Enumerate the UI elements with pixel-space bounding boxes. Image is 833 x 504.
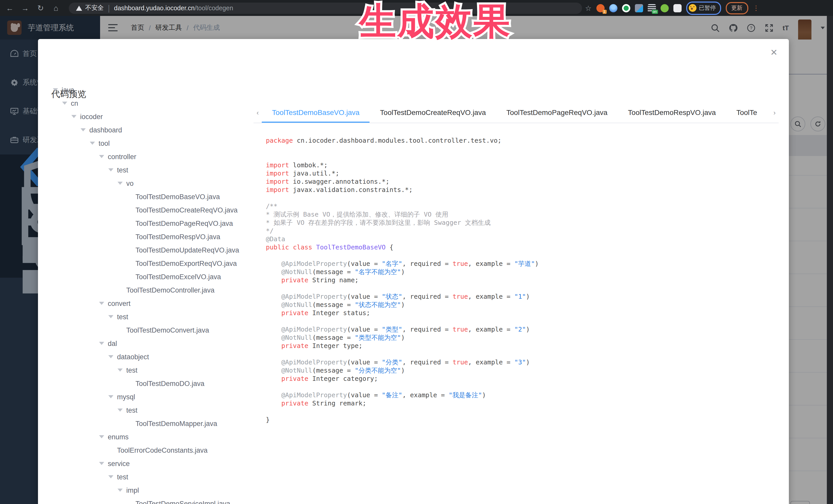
- security-warning-label: 不安全: [85, 4, 104, 12]
- tree-node-folder[interactable]: vo: [38, 176, 254, 190]
- tree-node-folder[interactable]: test: [38, 403, 254, 417]
- code-viewer[interactable]: package cn.iocoder.dashboard.modules.too…: [254, 123, 789, 504]
- caret-down-icon[interactable]: [105, 315, 117, 318]
- extension-green-circle-icon[interactable]: [622, 4, 630, 12]
- browser-menu-icon[interactable]: ⋮: [753, 4, 759, 12]
- caret-down-icon[interactable]: [105, 355, 117, 358]
- browser-back-icon[interactable]: ←: [4, 4, 16, 12]
- browser-actions: ☆ 1 on 已暂停 更新 ⋮: [585, 1, 759, 15]
- caret-down-icon[interactable]: [114, 488, 126, 492]
- tab-4[interactable]: ToolTe: [726, 102, 767, 123]
- caret-down-icon[interactable]: [95, 342, 108, 345]
- tab-3[interactable]: ToolTestDemoRespVO.java: [618, 102, 726, 123]
- tree-node-file[interactable]: ToolTestDemoMapper.java: [38, 417, 254, 430]
- tab-0[interactable]: ToolTestDemoBaseVO.java: [262, 102, 370, 123]
- tree-node-label: test: [117, 473, 128, 481]
- tree-node-file[interactable]: ToolTestDemoConvert.java: [38, 323, 254, 337]
- tree-node-file[interactable]: ToolTestDemoUpdateReqVO.java: [38, 243, 254, 257]
- caret-down-icon[interactable]: [114, 182, 126, 185]
- tree-node-folder[interactable]: convert: [38, 297, 254, 310]
- caret-down-icon[interactable]: [95, 302, 108, 305]
- tree-node-folder[interactable]: tool: [38, 137, 254, 150]
- code-line: @NotNull(message = "状态不能为空"): [266, 301, 789, 309]
- code-line: import lombok.*;: [266, 161, 789, 169]
- extension-green-sprout-icon[interactable]: [660, 4, 668, 12]
- browser-profile-chip[interactable]: 已暂停: [686, 1, 721, 15]
- tree-node-label: ToolTestDemoPageReqVO.java: [136, 219, 233, 227]
- tree-node-file[interactable]: ToolTestDemoExportReqVO.java: [38, 257, 254, 270]
- file-tree: javacniocoderdashboardtoolcontrollertest…: [38, 39, 254, 504]
- caret-down-icon[interactable]: [77, 128, 89, 131]
- url-host: dashboard.yudao.iocoder.cn: [114, 4, 194, 11]
- caret-down-icon[interactable]: [86, 142, 98, 145]
- tree-node-folder[interactable]: test: [38, 470, 254, 483]
- extension-orange-circle-icon[interactable]: 1: [596, 4, 604, 12]
- browser-update-button[interactable]: 更新: [725, 2, 748, 14]
- profile-emoji-icon: [689, 4, 696, 12]
- code-line: @ApiModelProperty(value = "备注", example …: [266, 391, 789, 399]
- caret-down-icon[interactable]: [95, 462, 108, 465]
- tree-node-file[interactable]: ToolErrorCodeConstants.java: [38, 443, 254, 457]
- tree-node-folder[interactable]: service: [38, 457, 254, 470]
- browser-home-icon[interactable]: ⌂: [50, 4, 62, 12]
- tree-node-folder[interactable]: controller: [38, 150, 254, 163]
- tree-node-file[interactable]: ToolTestDemoCreateReqVO.java: [38, 203, 254, 217]
- code-line: private Integer type;: [266, 342, 789, 350]
- caret-down-icon[interactable]: [105, 395, 117, 398]
- caret-down-icon[interactable]: [114, 409, 126, 412]
- tree-node-file[interactable]: ToolTestDemoExcelVO.java: [38, 270, 254, 283]
- code-line: public class ToolTestDemoBaseVO {: [266, 243, 789, 251]
- tree-node-folder[interactable]: dashboard: [38, 123, 254, 137]
- browser-reload-icon[interactable]: ↻: [35, 3, 46, 13]
- tree-node-file[interactable]: ToolTestDemoController.java: [38, 283, 254, 297]
- tree-node-folder[interactable]: dataobject: [38, 350, 254, 363]
- code-line: * 如果子 VO 存在差异的字段，请不要添加到这里，影响 Swagger 文档生…: [266, 219, 789, 227]
- caret-down-icon[interactable]: [105, 475, 117, 478]
- code-line: import javax.validation.constraints.*;: [266, 186, 789, 194]
- tab-2[interactable]: ToolTestDemoPageReqVO.java: [496, 102, 618, 123]
- tree-node-label: ToolTestDemoMapper.java: [136, 419, 217, 427]
- tree-node-folder[interactable]: test: [38, 363, 254, 377]
- tree-node-label: ToolTestDemoController.java: [126, 286, 215, 294]
- code-line: [266, 251, 789, 260]
- tree-node-label: ToolTestDemoExcelVO.java: [136, 273, 221, 281]
- browser-forward-icon[interactable]: →: [20, 4, 31, 12]
- caret-down-icon[interactable]: [105, 168, 117, 171]
- tree-node-folder[interactable]: iocoder: [38, 110, 254, 123]
- tree-node-folder[interactable]: dal: [38, 337, 254, 350]
- extensions-puzzle-icon[interactable]: [673, 4, 681, 12]
- tree-node-folder[interactable]: enums: [38, 430, 254, 443]
- code-line: */: [266, 227, 789, 235]
- tabs-scroll-left-icon[interactable]: ‹: [254, 109, 262, 116]
- tree-node-file[interactable]: ToolTestDemoBaseVO.java: [38, 190, 254, 203]
- caret-down-icon[interactable]: [68, 115, 80, 118]
- tree-node-folder[interactable]: impl: [38, 483, 254, 497]
- tree-node-file[interactable]: ToolTestDemoPageReqVO.java: [38, 217, 254, 230]
- caret-down-icon[interactable]: [95, 435, 108, 438]
- code-line: [266, 408, 789, 416]
- tree-node-file[interactable]: ToolTestDemoServiceImpl.java: [38, 497, 254, 504]
- code-line: @Data: [266, 235, 789, 243]
- bookmark-star-icon[interactable]: ☆: [585, 4, 592, 12]
- tab-1[interactable]: ToolTestDemoCreateReqVO.java: [370, 102, 496, 123]
- annotation-text: 生成效果 生成效果: [359, 1, 511, 42]
- extension-gray-grid-icon[interactable]: [635, 4, 643, 12]
- window-scrollbar[interactable]: [827, 16, 833, 504]
- tree-node-file[interactable]: ToolTestDemoDO.java: [38, 377, 254, 390]
- extension-blue-pin-icon[interactable]: [609, 4, 617, 12]
- tabs-scroll-right-icon[interactable]: ›: [770, 109, 779, 116]
- tree-node-label: ToolTestDemoBaseVO.java: [136, 193, 220, 200]
- tree-node-folder[interactable]: mysql: [38, 390, 254, 403]
- caret-down-icon[interactable]: [95, 155, 108, 158]
- code-line: [266, 317, 789, 326]
- caret-down-icon[interactable]: [58, 102, 71, 105]
- code-line: @ApiModelProperty(value = "名字", required…: [266, 260, 789, 268]
- tree-node-folder[interactable]: test: [38, 310, 254, 323]
- caret-down-icon[interactable]: [114, 368, 126, 371]
- code-line: import io.swagger.annotations.*;: [266, 177, 789, 186]
- tree-node-folder[interactable]: test: [38, 163, 254, 176]
- extension-list-icon[interactable]: on: [647, 4, 656, 12]
- tree-node-file[interactable]: ToolTestDemoRespVO.java: [38, 230, 254, 243]
- close-icon[interactable]: ✕: [770, 48, 778, 57]
- tree-node-label: mysql: [117, 393, 135, 401]
